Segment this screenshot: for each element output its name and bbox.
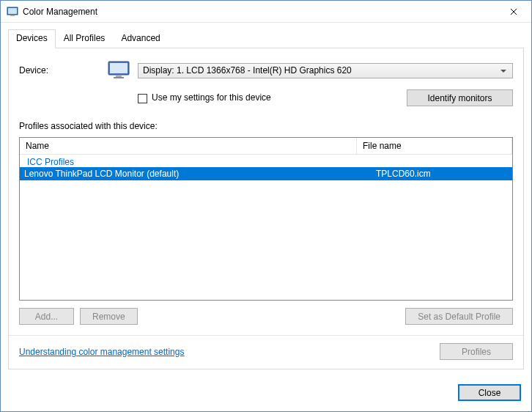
- row-file: TPLCD60.icm: [357, 167, 512, 180]
- tab-devices[interactable]: Devices: [8, 29, 56, 48]
- close-window-button[interactable]: [497, 1, 530, 22]
- bottom-row: Understanding color management settings …: [19, 343, 513, 360]
- svg-rect-2: [10, 15, 15, 16]
- listview-group: ICC Profiles: [20, 155, 512, 167]
- device-row: Device: Display: 1. LCD 1366x768 - Intel…: [19, 59, 513, 82]
- column-name[interactable]: Name: [20, 138, 357, 154]
- profiles-heading: Profiles associated with this device:: [19, 121, 513, 131]
- dialog-footer: Close: [1, 377, 531, 411]
- listview-header: Name File name: [20, 138, 512, 155]
- row-name: Lenovo ThinkPad LCD Monitor (default): [20, 167, 357, 180]
- identify-monitors-button[interactable]: Identify monitors: [407, 89, 513, 106]
- color-management-window: Color Management Devices All Profiles Ad…: [0, 0, 532, 412]
- use-my-settings-checkbox[interactable]: Use my settings for this device: [138, 92, 271, 103]
- device-subrow: Use my settings for this device Identify…: [19, 89, 513, 106]
- remove-button[interactable]: Remove: [80, 308, 138, 325]
- profile-actions: Add... Remove Set as Default Profile: [19, 308, 513, 325]
- listview-row[interactable]: Lenovo ThinkPad LCD Monitor (default) TP…: [20, 167, 512, 180]
- checkbox-icon: [138, 94, 147, 103]
- window-title: Color Management: [23, 7, 497, 17]
- profiles-listview[interactable]: Name File name ICC Profiles Lenovo Think…: [19, 137, 513, 301]
- profiles-button[interactable]: Profiles: [440, 343, 513, 360]
- column-file[interactable]: File name: [357, 138, 512, 154]
- set-default-button[interactable]: Set as Default Profile: [405, 308, 513, 325]
- svg-rect-4: [110, 63, 128, 73]
- divider: [9, 335, 523, 336]
- add-button[interactable]: Add...: [19, 308, 74, 325]
- monitor-icon: [107, 59, 130, 82]
- titlebar: Color Management: [1, 1, 531, 23]
- close-button[interactable]: Close: [458, 384, 521, 401]
- device-dropdown[interactable]: Display: 1. LCD 1366x768 - Intel(R) HD G…: [138, 63, 513, 78]
- close-icon: [510, 8, 517, 15]
- svg-rect-5: [116, 75, 122, 77]
- app-icon: [7, 6, 18, 18]
- svg-rect-6: [114, 77, 124, 78]
- device-dropdown-value: Display: 1. LCD 1366x768 - Intel(R) HD G…: [143, 65, 352, 76]
- use-my-settings-label: Use my settings for this device: [152, 92, 271, 103]
- tab-all-profiles[interactable]: All Profiles: [56, 29, 114, 48]
- tab-strip: Devices All Profiles Advanced: [1, 23, 531, 48]
- device-label: Device:: [19, 65, 100, 76]
- tab-content-devices: Device: Display: 1. LCD 1366x768 - Intel…: [8, 48, 524, 369]
- help-link[interactable]: Understanding color management settings: [19, 347, 184, 357]
- tab-advanced[interactable]: Advanced: [113, 29, 168, 48]
- svg-rect-1: [8, 8, 17, 14]
